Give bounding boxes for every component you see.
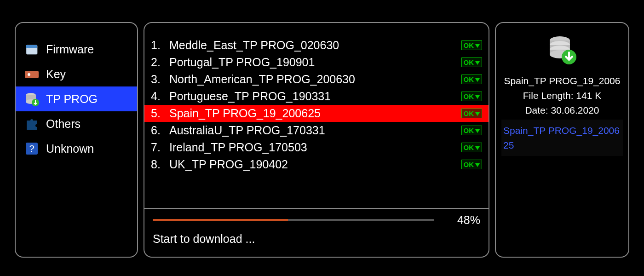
ok-download-badge[interactable]: OK: [461, 109, 483, 118]
sidebar-item-label: Firmware: [46, 43, 94, 56]
main-panel: 1.Meddle_East_TP PROG_020630OK2.Portugal…: [144, 22, 489, 258]
row-number: 8.: [151, 158, 169, 171]
svg-rect-2: [25, 71, 39, 78]
row-label: AustraliaU_TP PROG_170331: [169, 124, 461, 137]
list-item[interactable]: 7.Ireland_TP PROG_170503OK: [144, 139, 489, 156]
row-number: 4.: [151, 90, 169, 103]
sidebar-item-firmware[interactable]: Firmware: [16, 37, 137, 62]
list-item[interactable]: 8.UK_TP PROG_190402OK: [144, 156, 489, 173]
ok-text: OK: [464, 75, 474, 83]
download-arrow-icon: [475, 146, 480, 150]
ok-text: OK: [464, 126, 474, 134]
download-arrow-icon: [475, 112, 480, 116]
row-number: 3.: [151, 73, 169, 86]
list-item[interactable]: 5.Spain_TP PROG_19_200625OK: [144, 105, 489, 122]
sidebar-item-others[interactable]: Others: [16, 111, 137, 136]
ok-text: OK: [464, 161, 474, 168]
row-number: 2.: [151, 56, 169, 69]
download-arrow-icon: [475, 44, 480, 48]
info-panel: Spain_TP PROG_19_2006 File Length: 141 K…: [495, 22, 629, 258]
row-label: Ireland_TP PROG_170503: [169, 141, 461, 154]
database-download-icon: [501, 34, 623, 68]
row-number: 5.: [151, 107, 169, 120]
sidebar-item-unknown[interactable]: ?Unknown: [16, 136, 137, 161]
sidebar-item-label: Unknown: [46, 142, 94, 155]
download-arrow-icon: [475, 163, 480, 167]
sidebar: FirmwareKeyTP PROGOthers?Unknown: [15, 22, 138, 258]
row-label: North_American_TP PROG_200630: [169, 73, 461, 86]
firmware-icon: [24, 41, 40, 57]
svg-point-3: [28, 73, 30, 76]
list-item[interactable]: 3.North_American_TP PROG_200630OK: [144, 71, 489, 88]
progress-percent: 48%: [443, 213, 480, 227]
sidebar-item-tp-prog[interactable]: TP PROG: [16, 86, 137, 111]
list-item[interactable]: 1.Meddle_East_TP PROG_020630OK: [144, 37, 489, 54]
sidebar-item-label: Others: [46, 117, 80, 131]
progress-fill: [153, 219, 288, 221]
ok-download-badge[interactable]: OK: [461, 143, 483, 152]
progress-bar: [153, 219, 434, 221]
ok-download-badge[interactable]: OK: [461, 126, 483, 135]
download-arrow-icon: [475, 78, 480, 82]
row-number: 1.: [151, 39, 169, 52]
sidebar-item-label: TP PROG: [46, 92, 98, 106]
progress-area: 48% Start to download ...: [144, 209, 489, 257]
ok-text: OK: [464, 41, 474, 49]
download-arrow-icon: [475, 129, 480, 133]
row-number: 6.: [151, 124, 169, 137]
info-file-length: File Length: 141 K: [501, 90, 623, 101]
puzzle-icon: [24, 116, 40, 132]
info-date: Date: 30.06.2020: [501, 105, 623, 116]
status-text: Start to download ...: [153, 232, 480, 246]
ok-download-badge[interactable]: OK: [461, 75, 483, 84]
svg-rect-1: [26, 45, 37, 48]
ok-text: OK: [464, 92, 474, 100]
ok-text: OK: [464, 144, 474, 151]
sidebar-item-label: Key: [46, 68, 66, 81]
ok-text: OK: [464, 58, 474, 66]
download-arrow-icon: [475, 95, 480, 99]
row-label: UK_TP PROG_190402: [169, 158, 461, 171]
list-item[interactable]: 4.Portuguese_TP PROG_190331OK: [144, 88, 489, 105]
row-number: 7.: [151, 141, 169, 154]
download-arrow-icon: [475, 61, 480, 65]
ok-download-badge[interactable]: OK: [461, 58, 483, 67]
ok-download-badge[interactable]: OK: [461, 92, 483, 101]
info-title: Spain_TP PROG_19_2006: [501, 75, 623, 86]
row-label: Spain_TP PROG_19_200625: [169, 107, 461, 120]
row-label: Meddle_East_TP PROG_020630: [169, 39, 461, 52]
ok-download-badge[interactable]: OK: [461, 40, 483, 50]
file-list: 1.Meddle_East_TP PROG_020630OK2.Portugal…: [144, 23, 489, 204]
ok-text: OK: [464, 109, 474, 117]
key-icon: [24, 66, 40, 82]
svg-text:?: ?: [29, 144, 34, 154]
db-download-icon: [24, 91, 40, 107]
row-label: Portuguese_TP PROG_190331: [169, 90, 461, 103]
sidebar-item-key[interactable]: Key: [16, 62, 137, 86]
list-item[interactable]: 2.Portugal_TP PROG_190901OK: [144, 54, 489, 71]
row-label: Portugal_TP PROG_190901: [169, 56, 461, 69]
ok-download-badge[interactable]: OK: [461, 160, 483, 169]
list-item[interactable]: 6.AustraliaU_TP PROG_170331OK: [144, 122, 489, 139]
question-icon: ?: [24, 141, 40, 156]
download-queue-item: Spain_TP PROG_19_200625: [501, 120, 623, 156]
